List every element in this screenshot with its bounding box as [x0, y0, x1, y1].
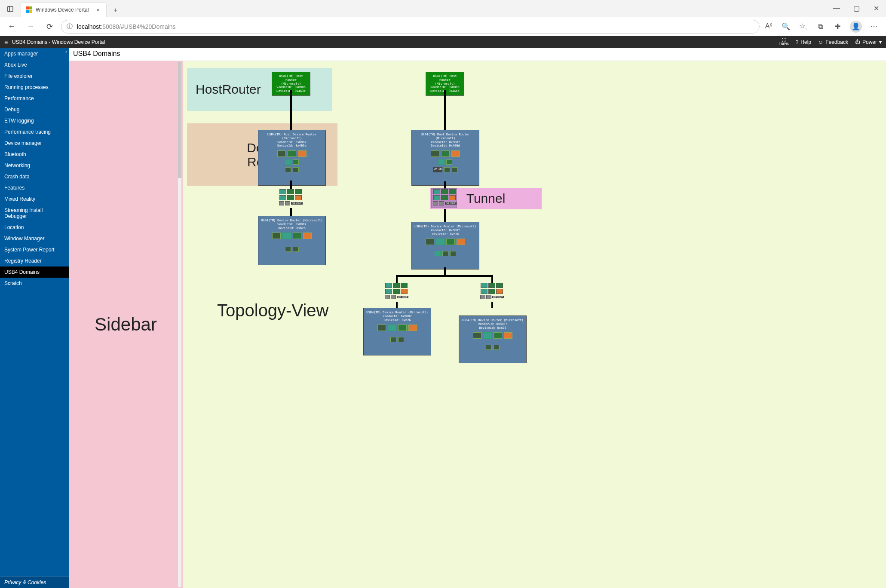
connector: [290, 208, 292, 216]
help-button[interactable]: ? Help: [796, 39, 811, 45]
sidebar-item-mixed-reality[interactable]: Mixed Reality: [0, 193, 69, 205]
window-close-button[interactable]: ✕: [866, 0, 886, 17]
sidebar-item-crash-data[interactable]: Crash data: [0, 171, 69, 182]
tab-actions-button[interactable]: [3, 1, 18, 17]
connector: [290, 181, 292, 189]
connector: [290, 90, 292, 131]
sidebar-item-bluetooth[interactable]: Bluetooth: [0, 149, 69, 160]
profile-button[interactable]: 👤: [850, 21, 862, 33]
sidebar-item-streaming-install-debugger[interactable]: Streaming Install Debugger: [0, 205, 69, 222]
favorites-button[interactable]: ☆+: [798, 22, 808, 31]
url-text: localhost:50080/#USB4%20Domains: [77, 23, 176, 30]
settings-menu-button[interactable]: ⋯: [870, 22, 879, 31]
sidebar-item-features[interactable]: Features: [0, 182, 69, 193]
connector: [491, 302, 493, 308]
tab-actions-icon: [7, 6, 14, 12]
sidebar-item-window-manager[interactable]: Window Manager: [0, 233, 69, 244]
sidebar-item-apps-manager[interactable]: Apps manager: [0, 48, 69, 59]
connector: [396, 275, 493, 277]
device-router-left-1[interactable]: USB4(TM) Device Router (Microsoft) Vendo…: [258, 216, 326, 265]
connector: [491, 275, 493, 283]
zoom-indicator[interactable]: ⛶ 100%: [779, 38, 789, 46]
device-router-right-3[interactable]: USB4(TM) Device Router (Microsoft) Vendo…: [459, 315, 527, 363]
topology-view[interactable]: HostRouter Device Router Tunnel Topology…: [183, 61, 886, 588]
hamburger-button[interactable]: ≡: [0, 39, 12, 46]
page-title: USB4 Domains: [69, 48, 886, 61]
refresh-button[interactable]: ⟳: [42, 19, 57, 34]
root-device-router-right[interactable]: USB4(TM) Root Device Router (Microsoft) …: [411, 130, 479, 186]
sidebar-item-performance[interactable]: Performance: [0, 93, 69, 104]
sidebar-item-usb4-domains[interactable]: USB4 Domains: [0, 266, 69, 278]
collections-button[interactable]: ✚: [833, 22, 842, 31]
sidebar-item-debug[interactable]: Debug: [0, 104, 69, 115]
annotation-topologyview: Topology-View: [217, 301, 328, 320]
sidebar-item-xbox-live[interactable]: Xbox Live: [0, 59, 69, 70]
window-titlebar: Windows Device Portal × + — ▢ ✕: [0, 0, 886, 17]
browser-tab[interactable]: Windows Device Portal ×: [21, 2, 107, 17]
window-minimize-button[interactable]: —: [827, 0, 846, 17]
window-maximize-button[interactable]: ▢: [846, 0, 866, 17]
annotation-sidebar-label: Sidebar: [95, 314, 157, 335]
connector: [444, 267, 446, 276]
sidebar-item-registry-reader[interactable]: Registry Reader: [0, 255, 69, 266]
address-bar: ← → ⟳ ⓘ localhost:50080/#USB4%20Domains …: [0, 17, 886, 36]
svg-rect-0: [8, 6, 13, 12]
sidebar-item-running-processes[interactable]: Running processes: [0, 82, 69, 93]
favorites-bar-button[interactable]: ⧉: [815, 23, 825, 31]
new-tab-button[interactable]: +: [109, 4, 122, 17]
device-router-right-1[interactable]: USB4(TM) Device Router (Microsoft) Vendo…: [411, 222, 479, 270]
breadcrumb: USB4 Domains - Windows Device Portal: [12, 39, 779, 45]
feedback-icon: ☺: [818, 39, 823, 45]
privacy-link[interactable]: Privacy & Cookies: [0, 576, 69, 588]
help-icon: ?: [796, 39, 799, 45]
address-input[interactable]: ⓘ localhost:50080/#USB4%20Domains: [61, 20, 760, 34]
read-aloud-button[interactable]: A)): [764, 22, 773, 30]
port-cluster-right-1[interactable]: DP OUT: [433, 189, 457, 205]
sidebar-item-etw-logging[interactable]: ETW logging: [0, 115, 69, 126]
root-device-router-left[interactable]: USB4(TM) Root Device Router (Microsoft) …: [258, 130, 326, 186]
chevron-down-icon: ▾: [879, 39, 882, 45]
connector: [396, 275, 398, 283]
sidebar-item-scratch[interactable]: Scratch: [0, 278, 69, 289]
power-menu[interactable]: ⏻ Power ▾: [855, 39, 882, 45]
tab-close-button[interactable]: ×: [94, 6, 102, 13]
connector: [444, 209, 446, 222]
annotation-scrollbar[interactable]: [177, 61, 183, 588]
annotation-hostrouter: HostRouter: [187, 68, 332, 111]
device-router-right-2[interactable]: USB4(TM) Device Router (Microsoft) Vendo…: [363, 308, 431, 355]
sidebar-item-location[interactable]: Location: [0, 222, 69, 233]
content-area: ‹ Apps managerXbox LiveFile explorerRunn…: [0, 48, 886, 588]
tab-title: Windows Device Portal: [36, 7, 91, 13]
port-cluster-left-1[interactable]: DP OUT: [279, 189, 303, 205]
site-info-icon[interactable]: ⓘ: [67, 23, 73, 31]
zoom-button[interactable]: 🔍: [781, 22, 791, 31]
sidebar-item-file-explorer[interactable]: File explorer: [0, 70, 69, 82]
annotation-sidebar-panel: Sidebar: [69, 61, 183, 588]
favicon-microsoft-icon: [25, 6, 32, 13]
port-cluster-right-2[interactable]: DP OUT: [385, 283, 408, 299]
connector: [444, 90, 446, 131]
sidebar: ‹ Apps managerXbox LiveFile explorerRunn…: [0, 48, 69, 588]
feedback-button[interactable]: ☺ Feedback: [818, 39, 848, 45]
sidebar-item-system-power-report[interactable]: System Power Report: [0, 244, 69, 255]
back-button[interactable]: ←: [4, 19, 19, 34]
page-command-bar: ≡ USB4 Domains - Windows Device Portal ⛶…: [0, 36, 886, 48]
connector: [396, 302, 398, 308]
port-cluster-right-3[interactable]: DP OUT: [480, 283, 504, 299]
sidebar-item-device-manager[interactable]: Device manager: [0, 138, 69, 149]
sidebar-item-networking[interactable]: Networking: [0, 160, 69, 171]
forward-button[interactable]: →: [23, 19, 38, 34]
sidebar-item-performance-tracing[interactable]: Performance tracing: [0, 126, 69, 138]
power-icon: ⏻: [855, 39, 860, 45]
svg-rect-1: [8, 6, 9, 12]
sidebar-collapse-button[interactable]: ‹: [65, 49, 67, 55]
